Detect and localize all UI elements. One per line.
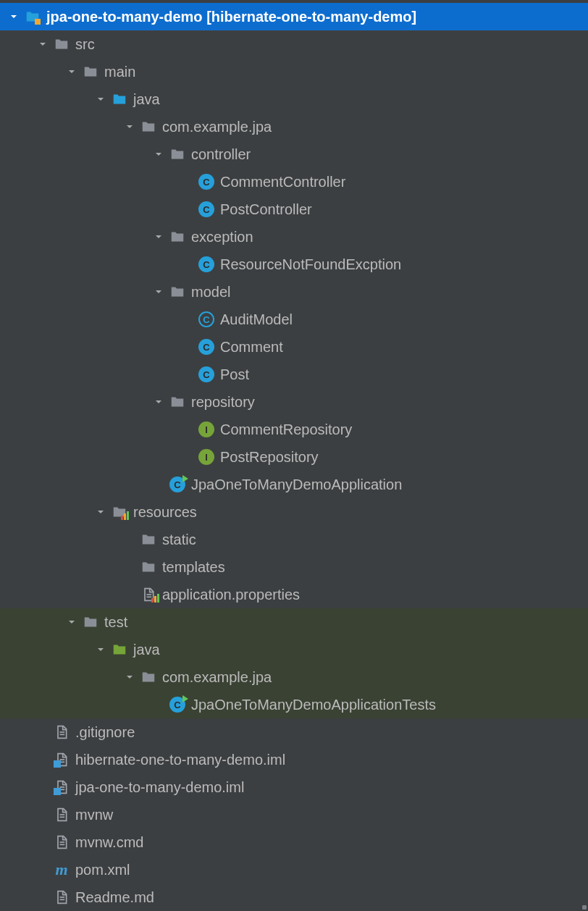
tree-node-class[interactable]: C PostController: [0, 196, 588, 223]
folder-icon: [83, 614, 98, 630]
node-label: CommentRepository: [220, 421, 352, 438]
node-label: CommentController: [220, 174, 345, 190]
node-label: PostController: [220, 201, 312, 218]
tree-node-readme[interactable]: Readme.md: [0, 883, 588, 911]
expand-arrow-icon[interactable]: [7, 10, 20, 23]
tree-node-iml-file[interactable]: hibernate-one-to-many-demo.iml: [0, 746, 588, 773]
class-icon: C: [198, 256, 214, 272]
resources-folder-icon: [112, 504, 127, 520]
expand-arrow-icon[interactable]: [94, 93, 107, 106]
class-icon: C: [198, 339, 214, 355]
node-label: java: [133, 642, 160, 658]
node-label: Post: [220, 366, 249, 383]
tree-node-src[interactable]: src: [0, 30, 588, 58]
runnable-class-icon: C: [169, 477, 185, 492]
node-label: application.properties: [162, 587, 300, 603]
tree-node-resources[interactable]: resources: [0, 498, 588, 526]
tree-node-class[interactable]: C Comment: [0, 333, 588, 361]
tree-node-java-main[interactable]: java: [0, 85, 588, 113]
node-label: JpaOneToManyDemoApplicationTests: [191, 697, 436, 713]
module-icon: [25, 9, 41, 25]
folder-icon: [140, 532, 156, 547]
file-icon: [54, 724, 70, 740]
tree-node-pom[interactable]: m pom.xml: [0, 856, 588, 883]
expand-arrow-icon[interactable]: [152, 148, 165, 161]
node-label: repository: [191, 394, 255, 411]
expand-arrow-icon[interactable]: [123, 120, 136, 133]
node-label: .gitignore: [75, 724, 135, 741]
node-label: exception: [191, 229, 253, 245]
runnable-class-icon: C: [169, 697, 185, 713]
tree-node-model[interactable]: model: [0, 278, 588, 306]
expand-arrow-icon[interactable]: [152, 285, 165, 298]
tree-node-root[interactable]: jpa-one-to-many-demo [hibernate-one-to-m…: [0, 3, 588, 30]
tree-node-java-test[interactable]: java: [0, 636, 588, 663]
expand-arrow-icon[interactable]: [65, 616, 78, 629]
expand-arrow-icon[interactable]: [123, 671, 136, 684]
tree-node-mvnw[interactable]: mvnw: [0, 801, 588, 828]
tree-node-application-properties[interactable]: application.properties: [0, 581, 588, 608]
node-label: templates: [162, 559, 225, 576]
tree-node-application-class[interactable]: C JpaOneToManyDemoApplication: [0, 471, 588, 498]
expand-arrow-icon[interactable]: [152, 395, 165, 408]
tree-node-package-test[interactable]: com.example.jpa: [0, 663, 588, 691]
package-icon: [169, 394, 185, 410]
tree-node-repository[interactable]: repository: [0, 388, 588, 416]
abstract-class-icon: C: [198, 311, 214, 327]
tree-node-interface[interactable]: I PostRepository: [0, 443, 588, 471]
maven-icon: m: [54, 862, 70, 878]
node-label: src: [75, 36, 95, 53]
node-label: AuditModel: [220, 311, 293, 328]
source-folder-icon: [112, 91, 127, 107]
tree-node-gitignore[interactable]: .gitignore: [0, 718, 588, 746]
node-label: static: [162, 532, 196, 548]
tree-node-class[interactable]: C Post: [0, 361, 588, 388]
package-icon: [140, 119, 156, 135]
node-label: PostRepository: [220, 449, 319, 466]
tree-node-class[interactable]: C CommentController: [0, 168, 588, 196]
package-icon: [169, 284, 185, 300]
node-label: jpa-one-to-many-demo [hibernate-one-to-m…: [46, 9, 416, 25]
node-label: model: [191, 284, 230, 301]
properties-file-icon: [140, 587, 156, 603]
node-label: com.example.jpa: [162, 669, 272, 686]
tree-node-templates[interactable]: templates: [0, 553, 588, 581]
tree-node-class[interactable]: C AuditModel: [0, 306, 588, 333]
tree-node-main[interactable]: main: [0, 58, 588, 85]
node-label: jpa-one-to-many-demo.iml: [75, 779, 244, 796]
tree-node-package-main[interactable]: com.example.jpa: [0, 113, 588, 140]
node-label: JpaOneToManyDemoApplication: [191, 477, 402, 493]
node-label: hibernate-one-to-many-demo.iml: [75, 752, 285, 768]
expand-arrow-icon[interactable]: [65, 65, 78, 78]
expand-arrow-icon[interactable]: [94, 505, 107, 519]
package-icon: [169, 229, 185, 245]
node-label: pom.xml: [75, 862, 130, 878]
tree-node-test[interactable]: test: [0, 608, 588, 636]
folder-icon: [54, 36, 70, 52]
tree-node-test-class[interactable]: C JpaOneToManyDemoApplicationTests: [0, 691, 588, 718]
expand-arrow-icon[interactable]: [152, 230, 165, 243]
tree-node-exception[interactable]: exception: [0, 223, 588, 251]
package-icon: [169, 146, 185, 162]
node-label: Comment: [220, 339, 283, 356]
node-label: mvnw.cmd: [75, 834, 143, 851]
node-label: resources: [133, 504, 197, 521]
node-label: main: [104, 64, 135, 80]
tree-node-iml-file[interactable]: jpa-one-to-many-demo.iml: [0, 773, 588, 801]
tree-node-class[interactable]: C ResourceNotFoundExcption: [0, 251, 588, 278]
node-label: test: [104, 614, 127, 631]
expand-arrow-icon[interactable]: [36, 38, 49, 51]
node-label: Readme.md: [75, 889, 154, 906]
expand-arrow-icon[interactable]: [94, 643, 107, 656]
tree-node-interface[interactable]: I CommentRepository: [0, 416, 588, 443]
tree-node-static[interactable]: static: [0, 526, 588, 553]
interface-icon: I: [198, 449, 214, 465]
tree-node-controller[interactable]: controller: [0, 140, 588, 168]
iml-file-icon: [54, 779, 70, 795]
folder-icon: [140, 559, 156, 575]
class-icon: C: [198, 201, 214, 217]
node-label: ResourceNotFoundExcption: [220, 256, 401, 273]
class-icon: C: [198, 174, 214, 190]
class-icon: C: [198, 366, 214, 382]
tree-node-mvnw-cmd[interactable]: mvnw.cmd: [0, 828, 588, 856]
